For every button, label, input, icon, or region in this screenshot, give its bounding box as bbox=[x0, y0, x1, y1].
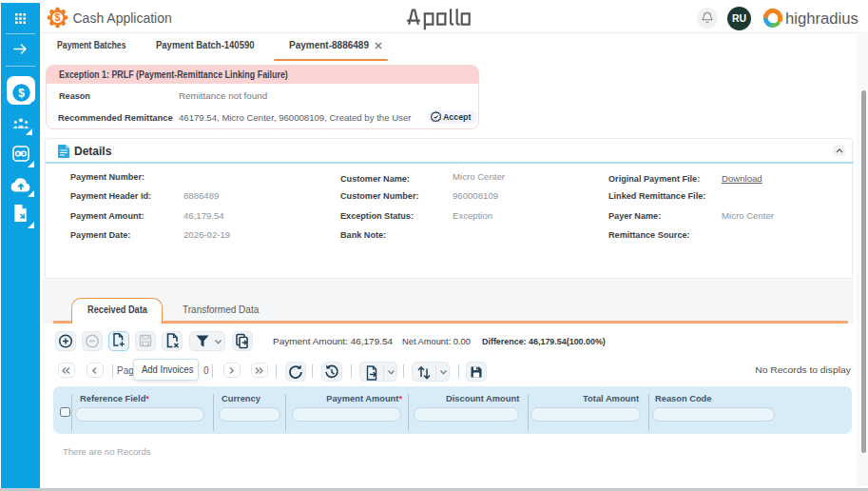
svg-text:$: $ bbox=[18, 87, 25, 100]
svg-text:$: $ bbox=[55, 11, 61, 23]
